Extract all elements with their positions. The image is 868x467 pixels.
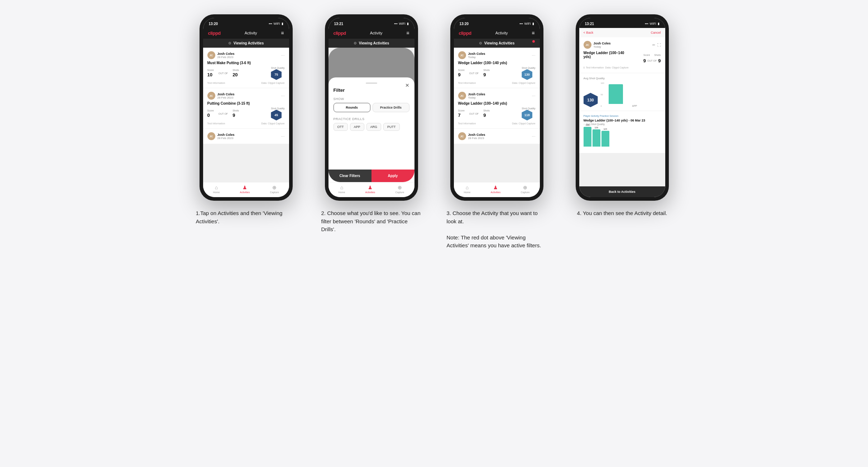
activity-card-1-2[interactable]: JC Josh Coles 28 Feb 2023 ··· Putting Co… bbox=[203, 88, 289, 128]
detail-user-row-4: JC Josh Coles Today ✏ ⛶ bbox=[584, 41, 661, 49]
chip-putt[interactable]: PUTT bbox=[383, 123, 400, 131]
out-of-1-1: OUT OF bbox=[219, 72, 228, 75]
detail-out-of-4: OUT OF bbox=[647, 59, 657, 62]
nav-home-3[interactable]: ⌂ Home bbox=[464, 185, 471, 194]
chip-app[interactable]: APP bbox=[350, 123, 364, 131]
score-val-1-1: 10 bbox=[207, 72, 212, 77]
activity-card-3-1[interactable]: JC Josh Coles Today ··· Wedge Ladder (10… bbox=[454, 48, 540, 88]
time-2: 13:21 bbox=[334, 22, 344, 26]
shots-label-3-2: Shots bbox=[483, 109, 490, 112]
edit-icon-4[interactable]: ✏ bbox=[652, 43, 655, 47]
nav-activities-2[interactable]: ♟ Activities bbox=[365, 185, 375, 194]
viewing-banner-3[interactable]: ⚙ Viewing Activities bbox=[454, 39, 540, 48]
filter-tab-drills[interactable]: Practice Drills bbox=[373, 103, 409, 112]
stats-row-3-2: Score 7 OUT OF Shots 9 Shot Quality 118 bbox=[458, 107, 536, 120]
nav-activities-3[interactable]: ♟ Activities bbox=[491, 185, 501, 194]
nav-activities-1[interactable]: ♟ Activities bbox=[240, 185, 250, 194]
apply-button[interactable]: Apply bbox=[371, 170, 414, 182]
bar-val-2: 129 bbox=[594, 127, 598, 129]
bar-rect-1 bbox=[584, 127, 591, 147]
chip-ott[interactable]: OTT bbox=[334, 123, 348, 131]
detail-score-label-4: Score bbox=[643, 54, 650, 56]
nav-capture-1[interactable]: ⊕ Capture bbox=[270, 185, 279, 194]
menu-icon-3[interactable]: ≡ bbox=[532, 30, 534, 36]
y-label-0: 0 bbox=[601, 105, 604, 107]
stats-row-1-1: Score 10 OUT OF Shots 20 Shot Quality 75 bbox=[207, 67, 285, 80]
battery-icon-2: ▮ bbox=[407, 22, 409, 25]
practice-drills-label: Practice Drills bbox=[334, 117, 409, 121]
activity-title-1-1: Must Make Putting (3-6 ft) bbox=[207, 61, 285, 65]
bottom-nav-2: ⌂ Home ♟ Activities ⊕ Capture bbox=[329, 182, 414, 197]
score-val-3-1: 9 bbox=[458, 72, 461, 77]
score-val-3-2: 7 bbox=[458, 113, 461, 118]
card-dots-3-3[interactable]: ··· bbox=[532, 134, 535, 139]
modal-close-icon[interactable]: ✕ bbox=[405, 82, 409, 88]
phone-2: 13:21 ▪▪▪ WiFi ▮ clippd Activity ≡ ⚙ Vie… bbox=[325, 14, 418, 201]
chart-bar-4 bbox=[609, 84, 623, 104]
battery-icon-4: ▮ bbox=[658, 22, 660, 25]
avatar-1-1: JC bbox=[207, 51, 215, 59]
test-info-4: Test Information bbox=[586, 66, 604, 69]
bar-chart-4: 132 129 124 bbox=[584, 127, 661, 147]
viewing-banner-2[interactable]: ⚙ Viewing Activities bbox=[329, 39, 414, 48]
stats-row-1-2: Score 0 OUT OF Shots 9 Shot Quality 45 bbox=[207, 107, 285, 120]
detail-shots-col-4: Shots bbox=[654, 51, 661, 57]
nav-capture-2[interactable]: ⊕ Capture bbox=[395, 185, 404, 194]
card-header-3-1: JC Josh Coles Today ··· bbox=[458, 51, 536, 59]
out-of-1-2: OUT OF bbox=[219, 113, 228, 115]
card-dots-3-1[interactable]: ··· bbox=[532, 53, 535, 58]
footer-right-1-2: Data: Clippd Capture bbox=[261, 122, 284, 125]
home-label-2: Home bbox=[339, 191, 345, 194]
user-name-1-3: Josh Coles bbox=[217, 133, 235, 137]
step-1-column: 13:20 ▪▪▪ WiFi ▮ clippd Activity ≡ ⚙ Vie… bbox=[189, 14, 303, 225]
card-user-1-3: JC Josh Coles 28 Feb 2023 bbox=[207, 132, 235, 140]
cancel-button-4[interactable]: Cancel bbox=[651, 31, 661, 34]
status-icons-2: ▪▪▪ WiFi ▮ bbox=[394, 22, 409, 25]
capture-icon-3: ⊕ bbox=[523, 185, 527, 190]
avatar-4: JC bbox=[584, 41, 591, 49]
menu-icon-1[interactable]: ≡ bbox=[281, 30, 284, 36]
score-label-3-1: Score bbox=[458, 69, 465, 71]
capture-icon-1: ⊕ bbox=[272, 185, 277, 190]
avg-shot-chart-label-4: ··· Avg Shot Quality bbox=[584, 123, 661, 125]
card-dots-1-1[interactable]: ··· bbox=[281, 53, 284, 58]
back-button-4[interactable]: < Back bbox=[584, 31, 594, 34]
page-container: 13:20 ▪▪▪ WiFi ▮ clippd Activity ≡ ⚙ Vie… bbox=[183, 14, 685, 250]
user-date-1-2: 28 Feb 2023 bbox=[217, 96, 235, 99]
wifi-icon-4: WiFi bbox=[650, 22, 656, 25]
detail-shots-label-4: Shots bbox=[654, 54, 661, 56]
expand-icon-4[interactable]: ⛶ bbox=[657, 43, 661, 47]
card-footer-3-1: Test Information Data: Clippd Capture bbox=[458, 82, 536, 84]
bar-2: 129 bbox=[593, 127, 600, 147]
activity-card-3-3[interactable]: JC Josh Coles 28 Feb 2023 ··· bbox=[454, 129, 540, 144]
activity-card-1-1[interactable]: JC Josh Coles 28 Feb 2023 ··· Must Make … bbox=[203, 48, 289, 88]
time-4: 13:21 bbox=[585, 22, 594, 26]
detail-title-4: Wedge Ladder (100–140 yds) - 06 Mar 23 bbox=[584, 119, 661, 122]
filter-tab-rounds[interactable]: Rounds bbox=[334, 103, 370, 112]
nav-home-2[interactable]: ⌂ Home bbox=[339, 185, 345, 194]
avatar-3-1: JC bbox=[458, 51, 466, 59]
back-to-activities-button[interactable]: Back to Activities bbox=[579, 186, 665, 197]
nav-capture-3[interactable]: ⊕ Capture bbox=[521, 185, 529, 194]
menu-icon-2[interactable]: ≡ bbox=[406, 30, 409, 36]
shots-val-3-1: 9 bbox=[483, 72, 486, 77]
card-dots-1-2[interactable]: ··· bbox=[281, 93, 284, 98]
card-dots-1-3[interactable]: ··· bbox=[281, 134, 284, 139]
card-header-1-2: JC Josh Coles 28 Feb 2023 ··· bbox=[207, 92, 285, 100]
user-date-3-1: Today bbox=[468, 56, 485, 59]
viewing-banner-1[interactable]: ⚙ Viewing Activities bbox=[203, 39, 289, 48]
activity-card-3-2[interactable]: JC Josh Coles Today ··· Wedge Ladder (10… bbox=[454, 88, 540, 128]
clear-filters-button[interactable]: Clear Filters bbox=[329, 170, 371, 182]
status-icons-3: ▪▪▪ WiFi ▮ bbox=[519, 22, 534, 25]
red-dot-3 bbox=[532, 40, 535, 43]
home-icon-1: ⌂ bbox=[215, 185, 218, 190]
card-dots-3-2[interactable]: ··· bbox=[532, 93, 535, 98]
step-4-column: 13:21 ▪▪▪ WiFi ▮ < Back Cancel bbox=[565, 14, 680, 218]
data-capture-4: Data: Clippd Capture bbox=[605, 66, 628, 69]
signal-icon-4: ▪▪▪ bbox=[645, 22, 648, 25]
footer-left-1-1: Test Information bbox=[207, 82, 225, 84]
nav-home-1[interactable]: ⌂ Home bbox=[213, 185, 220, 194]
activity-card-1-3[interactable]: JC Josh Coles 28 Feb 2023 ··· bbox=[203, 129, 289, 144]
card-user-3-1: JC Josh Coles Today bbox=[458, 51, 485, 59]
chip-arg[interactable]: ARG bbox=[366, 123, 382, 131]
